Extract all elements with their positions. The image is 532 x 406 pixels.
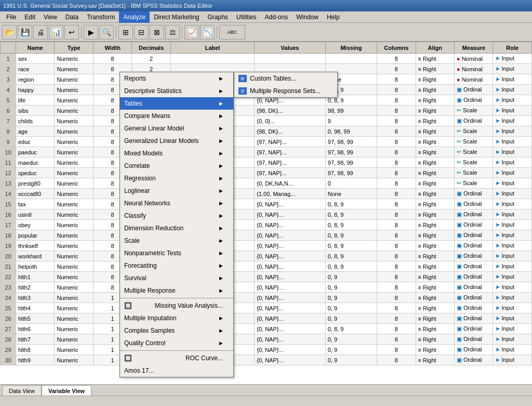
cell-missing[interactable]: 0, 9 <box>325 303 377 313</box>
undo-button[interactable]: ↩ <box>64 25 79 40</box>
cell-measure[interactable]: ✏Scale <box>455 126 493 137</box>
cell-values[interactable]: {97, NAP}... <box>255 158 326 168</box>
cell-columns[interactable]: 8 <box>377 293 416 303</box>
cell-columns[interactable]: 8 <box>377 189 416 199</box>
table-row[interactable]: 23 hlth2 Numeric 8 2 Counselling for ...… <box>1 282 532 293</box>
cell-name[interactable]: region <box>16 74 55 85</box>
cell-role[interactable]: ➤Input <box>493 220 532 230</box>
cell-type[interactable]: Numeric <box>55 324 93 334</box>
table-row[interactable]: 11 maeduc Numeric 8 2 Year Sc... {97, NA… <box>1 158 532 168</box>
menu-view[interactable]: View <box>39 11 61 23</box>
table-row[interactable]: 27 hlth6 Numeric 1 0 Partner (Husban... … <box>1 324 532 334</box>
table-row[interactable]: 21 helpoth Numeric 8 2 Others {0, NAP}..… <box>1 261 532 272</box>
cell-name[interactable]: hlth7 <box>16 334 55 345</box>
cell-columns[interactable]: 8 <box>377 261 416 272</box>
cell-role[interactable]: ➤Input <box>493 106 532 116</box>
menu-utilities[interactable]: Utilities <box>232 11 261 23</box>
cell-columns[interactable]: 8 <box>377 137 416 147</box>
col-name[interactable]: Name <box>16 42 55 54</box>
cell-missing[interactable]: 0, 9 <box>325 345 377 355</box>
cell-measure[interactable]: ✏Scale <box>455 178 493 189</box>
col-width[interactable]: Width <box>93 42 131 54</box>
cell-values[interactable]: {0, NAP}... <box>255 261 326 272</box>
cell-missing[interactable]: 0, 9 <box>325 293 377 303</box>
cell-role[interactable]: ➤Input <box>493 54 532 64</box>
cell-align[interactable]: ≡Right <box>416 116 454 126</box>
table-row[interactable]: 19 thnkself Numeric 8 2 k for One... {0,… <box>1 241 532 251</box>
cell-values[interactable]: {0, NAP}... <box>255 220 326 230</box>
cell-measure[interactable]: ▣Ordinal <box>455 85 493 95</box>
cell-type[interactable]: Numeric <box>55 355 93 365</box>
cell-values[interactable]: {97, NAP}... <box>255 168 326 178</box>
find-button[interactable]: 🔍 <box>99 25 114 40</box>
table-row[interactable]: 29 hlth8 Numeric 1 0 Child on Drugs, ...… <box>1 345 532 355</box>
cell-type[interactable]: Numeric <box>55 85 93 95</box>
cell-role[interactable]: ➤Input <box>493 282 532 293</box>
menu-mixed-models[interactable]: Mixed Models <box>120 147 233 160</box>
chart-builder-button[interactable]: 📈 <box>184 25 199 40</box>
menu-general-linear-model[interactable]: General Linear Model <box>120 122 233 135</box>
cell-type[interactable]: Numeric <box>55 209 93 220</box>
cell-measure[interactable]: ▣Ordinal <box>455 272 493 282</box>
table-row[interactable]: 6 sibs Numeric 8 2 of Broth... {98, DK}.… <box>1 106 532 116</box>
cell-align[interactable]: ≡Right <box>416 54 454 64</box>
cell-type[interactable]: Numeric <box>55 158 93 168</box>
cell-role[interactable]: ➤Input <box>493 199 532 209</box>
cell-type[interactable]: Numeric <box>55 95 93 106</box>
col-missing[interactable]: Missing <box>325 42 377 54</box>
cell-columns[interactable]: 8 <box>377 220 416 230</box>
menu-nonparametric-tests[interactable]: Nonparametric Tests <box>120 247 233 259</box>
table-row[interactable]: 16 usintl Numeric 8 2 tive Part... {0, N… <box>1 209 532 220</box>
cell-measure[interactable]: ▣Ordinal <box>455 116 493 126</box>
cell-missing[interactable]: 0, 9 <box>325 334 377 345</box>
cell-values[interactable]: {1.00, Manag... <box>255 189 326 199</box>
table-row[interactable]: 30 hlth9 Numeric 1 0 Death of a Close...… <box>1 355 532 365</box>
cell-columns[interactable]: 8 <box>377 54 416 64</box>
cell-name[interactable]: speduc <box>16 168 55 178</box>
cell-align[interactable]: ≡Right <box>416 74 454 85</box>
cell-values[interactable]: {0, NAP}... <box>255 272 326 282</box>
cell-role[interactable]: ➤Input <box>493 64 532 74</box>
cell-name[interactable]: hlth8 <box>16 345 55 355</box>
cell-align[interactable]: ≡Right <box>416 355 454 365</box>
cell-columns[interactable]: 8 <box>377 251 416 261</box>
menu-regression[interactable]: Regression <box>120 172 233 185</box>
cell-align[interactable]: ≡Right <box>416 251 454 261</box>
menu-custom-tables[interactable]: ⊞ Custom Tables... <box>234 72 337 85</box>
split-file-button[interactable]: ⊠ <box>150 25 164 40</box>
cell-missing[interactable]: None <box>325 189 377 199</box>
table-row[interactable]: 10 paeduc Numeric 8 2 Year Sc... {97, NA… <box>1 147 532 158</box>
cell-name[interactable]: occcat80 <box>16 189 55 199</box>
menu-scale[interactable]: Scale <box>120 234 233 247</box>
menu-amos[interactable]: Amos 17... <box>120 364 233 377</box>
cell-missing[interactable]: 97, 98, 99 <box>325 158 377 168</box>
cell-name[interactable]: age <box>16 126 55 137</box>
spss-statistics-button[interactable]: ABC <box>219 25 245 40</box>
cell-columns[interactable]: 8 <box>377 116 416 126</box>
cell-align[interactable]: ≡Right <box>416 261 454 272</box>
cell-measure[interactable]: ▣Ordinal <box>455 251 493 261</box>
table-row[interactable]: 15 tax Numeric 8 2 eral Inco... {0, NAP}… <box>1 199 532 209</box>
cell-align[interactable]: ≡Right <box>416 241 454 251</box>
cell-role[interactable]: ➤Input <box>493 334 532 345</box>
insert-cases-button[interactable]: ⊞ <box>118 25 133 40</box>
cell-name[interactable]: usintl <box>16 209 55 220</box>
menu-direct-marketing[interactable]: Direct Marketing <box>150 11 203 23</box>
cell-type[interactable]: Numeric <box>55 261 93 272</box>
menu-analyze[interactable]: Analyze <box>119 11 150 23</box>
cell-measure[interactable]: ▣Ordinal <box>455 303 493 313</box>
cell-missing[interactable]: 0, 8, 9 <box>325 261 377 272</box>
table-row[interactable]: 9 educ Numeric 8 2 Year of ... {97, NAP}… <box>1 137 532 147</box>
cell-measure[interactable]: ▣Ordinal <box>455 199 493 209</box>
cell-name[interactable]: prestg80 <box>16 178 55 189</box>
cell-align[interactable]: ≡Right <box>416 64 454 74</box>
cell-measure[interactable]: ✏Scale <box>455 106 493 116</box>
cell-measure[interactable]: ▣Ordinal <box>455 345 493 355</box>
cell-measure[interactable]: ▣Ordinal <box>455 261 493 272</box>
cell-name[interactable]: workhard <box>16 251 55 261</box>
table-row[interactable]: 13 prestg80 Numeric 8 2 cupation... {0, … <box>1 178 532 189</box>
menu-help[interactable]: Help <box>323 11 344 23</box>
cell-name[interactable]: life <box>16 95 55 106</box>
cell-measure[interactable]: ▣Ordinal <box>455 189 493 199</box>
cell-values[interactable]: {0, DK,NA,N... <box>255 178 326 189</box>
